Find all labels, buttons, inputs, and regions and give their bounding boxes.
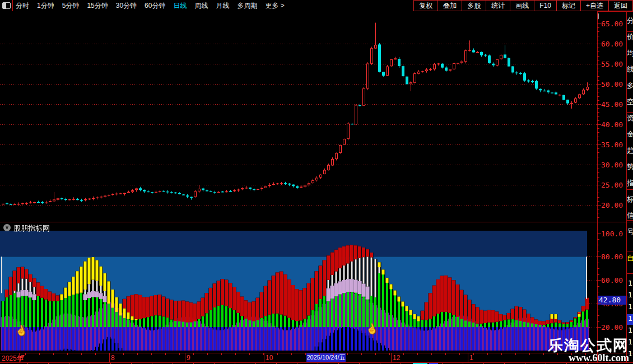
axis-tick bbox=[597, 193, 599, 193]
toolbar-button[interactable]: 画线 bbox=[510, 0, 534, 11]
timeline-minor-tick bbox=[39, 353, 40, 355]
tab-10[interactable]: 多周期 bbox=[237, 1, 257, 11]
timeline[interactable]: 2025年 789101212025/10/24/五 bbox=[0, 353, 597, 362]
axis-tick bbox=[597, 209, 599, 209]
timeline-minor-tick bbox=[543, 353, 544, 355]
clipped-sidebar-text: 自 bbox=[627, 253, 633, 263]
month-separator bbox=[264, 353, 264, 362]
sidebar-separator bbox=[627, 251, 633, 251]
sidebar-digit: 1 bbox=[628, 326, 632, 334]
tab-2[interactable]: 1分钟 bbox=[37, 1, 54, 11]
clipped-right-sidebar[interactable]: 分价均线多空资金趋势指标信号自1111111 bbox=[627, 11, 633, 363]
price-tick-label: 35.00 bbox=[601, 141, 627, 149]
indicator-chart[interactable] bbox=[0, 222, 597, 353]
layout-toggle-button[interactable] bbox=[0, 0, 13, 11]
axis-tick bbox=[597, 92, 599, 92]
timeline-minor-tick bbox=[25, 353, 26, 355]
sidebar-digit: 1 bbox=[628, 314, 632, 323]
axis-tick bbox=[597, 315, 599, 316]
chevron-down-icon[interactable]: v bbox=[3, 224, 11, 231]
axis-tick bbox=[597, 60, 599, 60]
axis-tick bbox=[597, 141, 599, 141]
axis-tick bbox=[597, 40, 599, 40]
timeline-minor-tick bbox=[473, 353, 474, 355]
timeline-minor-tick bbox=[179, 353, 180, 355]
month-separator bbox=[19, 353, 20, 362]
axis-tick bbox=[597, 44, 601, 44]
axis-tick bbox=[597, 31, 599, 32]
trading-terminal: 分时1分钟5分钟15分钟30分钟60分钟日线周线月线多周期更多 > 复权叠加多股… bbox=[0, 0, 633, 364]
axis-tick bbox=[597, 36, 599, 36]
clipped-sidebar-text: 线 bbox=[627, 64, 633, 74]
month-separator bbox=[391, 353, 392, 362]
toolbar-button[interactable]: 返回 bbox=[608, 0, 633, 11]
axis-tick bbox=[597, 169, 599, 169]
tab-3[interactable]: 5分钟 bbox=[62, 1, 80, 11]
toolbar-button[interactable]: 统计 bbox=[486, 0, 510, 11]
tab-11[interactable]: 更多 > bbox=[265, 1, 284, 11]
price-tick-label: 55.00 bbox=[601, 60, 627, 68]
toolbar-button[interactable]: +自选 bbox=[580, 0, 609, 11]
axis-tick bbox=[597, 327, 601, 328]
clipped-sidebar-text: 金 bbox=[627, 129, 633, 139]
axis-tick bbox=[597, 72, 599, 72]
selected-date-box: 2025/10/24/五 bbox=[306, 353, 346, 362]
sidebar-separator bbox=[627, 273, 633, 274]
period-tabs: 分时1分钟5分钟15分钟30分钟60分钟日线周线月线多周期更多 > bbox=[16, 0, 285, 11]
indicator-title: 股朋指标网 bbox=[13, 223, 50, 234]
month-label: 1 bbox=[469, 354, 473, 362]
timeline-minor-tick bbox=[123, 353, 124, 355]
tab-5[interactable]: 30分钟 bbox=[116, 1, 137, 11]
tab-7[interactable]: 日线 bbox=[173, 1, 187, 11]
timeline-minor-tick bbox=[319, 353, 320, 355]
axis-tick bbox=[597, 286, 599, 287]
timeline-minor-tick bbox=[361, 353, 362, 355]
timeline-minor-tick bbox=[487, 353, 488, 355]
axis-tick bbox=[597, 120, 599, 121]
price-tick-label: 25.00 bbox=[601, 181, 627, 189]
tab-4[interactable]: 15分钟 bbox=[87, 1, 108, 11]
timeline-minor-tick bbox=[515, 353, 516, 355]
timeline-minor-tick bbox=[263, 353, 264, 355]
clipped-sidebar-text: 势 bbox=[627, 162, 633, 172]
axis-tick bbox=[597, 64, 601, 64]
axis-tick bbox=[597, 128, 599, 129]
axis-tick bbox=[597, 245, 599, 245]
price-tick-label: 30.00 bbox=[601, 161, 627, 169]
toolbar-button[interactable]: 叠加 bbox=[437, 0, 462, 11]
toolbar-button[interactable]: 多股 bbox=[462, 0, 486, 11]
sidebar-digit: 1 bbox=[628, 302, 632, 311]
toolbar-button[interactable]: 标记 bbox=[556, 0, 581, 11]
timeline-minor-tick bbox=[53, 353, 54, 355]
sidebar-separator bbox=[627, 112, 633, 113]
timeline-minor-tick bbox=[95, 353, 96, 355]
axis-tick bbox=[597, 217, 599, 218]
sidebar-separator bbox=[627, 220, 633, 221]
indicator-tick-label: 60.00 bbox=[601, 276, 627, 284]
timeline-minor-tick bbox=[221, 353, 222, 355]
tab-6[interactable]: 60分钟 bbox=[145, 1, 165, 11]
price-tick-label: 65.00 bbox=[601, 20, 627, 28]
toolbar-button[interactable]: 复权 bbox=[413, 0, 438, 11]
watermark-url: www.60lt.com bbox=[548, 353, 629, 363]
toolbar-button[interactable]: F10 bbox=[534, 0, 557, 11]
candlestick-chart[interactable] bbox=[0, 11, 597, 222]
axis-tick bbox=[597, 112, 599, 113]
timeline-minor-tick bbox=[249, 353, 250, 355]
axis-tick bbox=[597, 68, 599, 68]
axis-tick bbox=[597, 56, 599, 57]
timeline-minor-tick bbox=[81, 353, 82, 355]
axis-tick bbox=[597, 148, 599, 149]
axis-tick bbox=[597, 280, 601, 281]
price-tick-label: 45.00 bbox=[601, 100, 627, 109]
split-view-icon bbox=[2, 2, 11, 9]
timeline-minor-tick bbox=[207, 353, 208, 355]
tab-1[interactable]: 分时 bbox=[16, 1, 29, 11]
tab-9[interactable]: 月线 bbox=[216, 1, 229, 11]
tab-8[interactable]: 周线 bbox=[194, 1, 208, 11]
price-tick-label: 60.00 bbox=[601, 40, 627, 48]
axis-tick bbox=[597, 52, 599, 52]
axis-tick bbox=[597, 197, 599, 198]
axis-tick bbox=[597, 177, 599, 178]
month-label: 9 bbox=[187, 354, 190, 362]
